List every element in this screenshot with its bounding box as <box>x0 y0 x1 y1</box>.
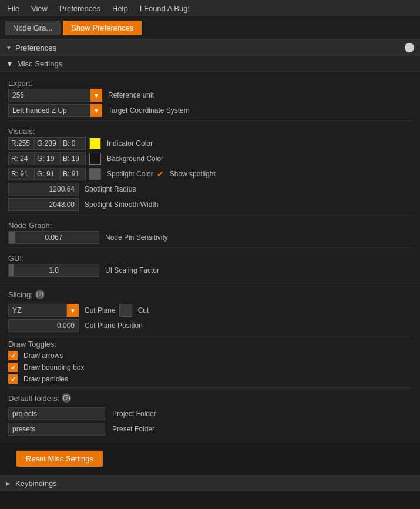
sep1 <box>8 120 412 121</box>
keybindings-header: ▶ Keybindings <box>0 475 420 491</box>
node-pin-label: Node Pin Sensitivity <box>105 233 168 242</box>
toolbar: Node Gra... Show Preferences <box>0 16 420 39</box>
preset-folder-label: Preset Folder <box>112 425 154 433</box>
node-pin-value: 0.067 <box>9 233 99 242</box>
preferences-arrow-icon: ▼ <box>6 45 12 51</box>
menubar: File View Preferences Help I Found A Bug… <box>0 0 420 16</box>
menu-file[interactable]: File <box>5 3 22 14</box>
node-pin-slider[interactable]: 0.067 <box>8 231 99 244</box>
visuals-label: Visuals: <box>8 125 412 137</box>
background-r: R: 24 <box>8 152 34 165</box>
preferences-header: ▼ Preferences <box>0 39 420 56</box>
project-folder-input[interactable] <box>8 407 105 420</box>
project-folder-row: Project Folder <box>8 407 412 420</box>
preferences-title: Preferences <box>15 43 56 52</box>
menu-bug[interactable]: I Found A Bug! <box>137 3 192 14</box>
menu-preferences[interactable]: Preferences <box>57 3 103 14</box>
indicator-b: B: 0 <box>60 137 86 150</box>
slicing-content: Slicing: (?) ▼ Cut Plane Cut Cut Plane P… <box>0 284 420 443</box>
reference-unit-label: Reference unit <box>108 91 154 99</box>
cut-plane-label: Cut Plane <box>85 306 116 314</box>
spotlight-r: R: 91 <box>8 168 34 180</box>
default-folders-help-icon[interactable]: (?) <box>62 393 71 403</box>
slicing-label: Slicing: <box>8 288 33 300</box>
cut-plane-position-row: Cut Plane Position <box>8 319 412 332</box>
node-pin-row: 0.067 Node Pin Sensitivity <box>8 231 412 244</box>
ui-scaling-value: 1.0 <box>9 266 99 274</box>
slicing-label-row: Slicing: (?) <box>8 288 412 300</box>
ui-scaling-slider[interactable]: 1.0 <box>8 264 99 277</box>
spotlight-color-swatch[interactable] <box>89 168 101 180</box>
indicator-color-swatch[interactable] <box>89 138 101 149</box>
background-color-row: R: 24 G: 19 B: 19 Background Color <box>8 152 412 165</box>
draw-bounding-box-row: Draw bounding box <box>8 363 412 372</box>
indicator-color-row: R:255 G:239 B: 0 Indicator Color <box>8 137 412 150</box>
target-coord-input[interactable] <box>8 104 90 117</box>
indicator-r: R:255 <box>8 137 34 150</box>
spotlight-color-row: R: 91 G: 91 B: 91 Spotlight Color ✔ Show… <box>8 168 412 180</box>
target-coord-dropdown[interactable]: ▼ <box>90 104 102 117</box>
cut-label: Cut <box>138 306 149 314</box>
target-coord-label: Target Coordinate System <box>108 106 190 115</box>
reset-misc-settings-button[interactable]: Reset Misc Settings <box>16 451 103 467</box>
preset-folder-input[interactable] <box>8 423 105 436</box>
ui-scaling-row: 1.0 UI Scaling Factor <box>8 264 412 277</box>
draw-particles-row: Draw particles <box>8 374 412 384</box>
target-coord-row: ▼ Target Coordinate System <box>8 104 412 117</box>
cut-plane-dropdown[interactable]: ▼ <box>67 304 79 317</box>
misc-settings-title: Misc Settings <box>17 59 62 68</box>
spotlight-g: G: 91 <box>34 168 60 180</box>
draw-bounding-box-label: Draw bounding box <box>23 363 84 371</box>
cut-plane-position-input[interactable] <box>8 319 79 332</box>
draw-particles-label: Draw particles <box>23 375 68 383</box>
show-spotlight-label: Show spotlight <box>170 170 216 178</box>
show-spotlight-check-icon: ✔ <box>157 169 164 179</box>
cut-plane-input[interactable] <box>8 304 67 317</box>
sep2 <box>8 215 412 215</box>
spotlight-color-label: Spotlight Color <box>107 170 153 178</box>
background-g: G: 19 <box>34 152 60 165</box>
target-coord-input-group: ▼ <box>8 104 102 117</box>
preset-folder-row: Preset Folder <box>8 423 412 436</box>
node-graph-label: Node Graph: <box>8 219 412 231</box>
draw-arrows-checkbox[interactable] <box>8 351 18 360</box>
slicing-help-icon[interactable]: (?) <box>35 290 45 299</box>
sep4 <box>8 336 412 336</box>
misc-settings-header: ▼ Misc Settings <box>0 56 420 72</box>
background-color-swatch[interactable] <box>89 153 101 165</box>
misc-settings-content: Export: ▼ Reference unit ▼ Target Coordi… <box>0 72 420 284</box>
gui-label: GUI: <box>8 252 412 264</box>
background-rgb-group: R: 24 G: 19 B: 19 <box>8 152 86 165</box>
tab-node-graph[interactable]: Node Gra... <box>5 21 61 35</box>
preferences-circle-icon <box>405 43 414 52</box>
ui-scaling-label: UI Scaling Factor <box>105 266 159 274</box>
default-folders-label: Default folders: <box>8 391 59 404</box>
keybindings-title: Keybindings <box>15 479 57 488</box>
menu-help[interactable]: Help <box>110 3 130 14</box>
cut-plane-row: ▼ Cut Plane Cut <box>8 304 412 317</box>
cut-plane-input-group: ▼ <box>8 304 79 317</box>
spotlight-smooth-row: Spotlight Smooth Width <box>8 198 412 211</box>
export-label: Export: <box>8 76 412 89</box>
cut-toggle-btn[interactable] <box>119 304 132 317</box>
reference-unit-row: ▼ Reference unit <box>8 89 412 102</box>
default-folders-label-row: Default folders: (?) <box>8 391 412 404</box>
draw-arrows-row: Draw arrows <box>8 351 412 360</box>
cut-plane-position-label: Cut Plane Position <box>85 322 143 330</box>
background-color-label: Background Color <box>107 155 163 163</box>
draw-bounding-box-checkbox[interactable] <box>8 363 18 372</box>
menu-view[interactable]: View <box>29 3 50 14</box>
spotlight-radius-input[interactable] <box>8 183 79 196</box>
keybind-arrow-icon: ▶ <box>6 480 11 487</box>
tab-show-preferences[interactable]: Show Preferences <box>63 21 142 35</box>
spotlight-smooth-input[interactable] <box>8 198 79 211</box>
indicator-g: G:239 <box>34 137 60 150</box>
reference-unit-dropdown[interactable]: ▼ <box>90 89 102 102</box>
draw-particles-checkbox[interactable] <box>8 374 18 384</box>
reference-unit-input[interactable] <box>8 89 90 102</box>
misc-arrow-icon: ▼ <box>6 59 14 68</box>
indicator-rgb-group: R:255 G:239 B: 0 <box>8 137 86 150</box>
sep3 <box>8 247 412 248</box>
spotlight-b: B: 91 <box>60 168 86 180</box>
draw-toggles-label: Draw Toggles: <box>8 340 412 349</box>
